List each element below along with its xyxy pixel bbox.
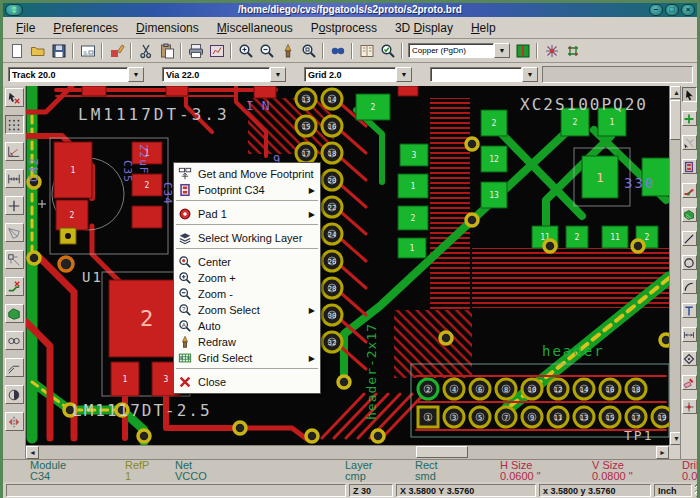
context-item-grid-select[interactable]: Grid Select▶ [175, 350, 319, 366]
polar-button[interactable] [5, 142, 24, 161]
pcb-canvas[interactable]: 1212213212121311121122312113151714161820… [26, 86, 669, 445]
clearance-select-arrow-icon[interactable]: ▼ [522, 67, 538, 82]
ratsnest-a-button[interactable] [5, 223, 24, 242]
paste-button[interactable] [156, 41, 177, 61]
print-button[interactable] [185, 41, 206, 61]
add-arc-button[interactable] [682, 279, 697, 294]
svg-text:2: 2 [426, 386, 430, 394]
delete-tool-button[interactable] [682, 375, 697, 390]
cursor-shape-button[interactable] [5, 196, 24, 215]
show-ratsnest-icon [544, 43, 560, 59]
open-module-editor-button[interactable] [106, 41, 127, 61]
context-item-get-and-move-footprint[interactable]: Get and Move Footprint [175, 166, 319, 182]
get-move-footprint-icon [178, 167, 192, 181]
context-item-select-working-layer[interactable]: Select Working Layer [175, 230, 319, 246]
add-dimension-button[interactable] [682, 327, 697, 342]
menu-postprocess[interactable]: Postprocess [302, 19, 386, 37]
menu-3d-display[interactable]: 3D Display [386, 19, 462, 37]
add-line-button[interactable] [682, 231, 697, 246]
footprint-item-button[interactable] [682, 159, 697, 174]
grid-size-select-arrow-icon[interactable]: ▼ [396, 67, 412, 82]
resize-grip[interactable] [695, 483, 697, 497]
horizontal-scroll-thumb[interactable] [416, 446, 468, 458]
zoom-out-tool-button[interactable] [256, 41, 277, 61]
minimize-button[interactable]: − [649, 4, 663, 16]
context-item-zoom-select[interactable]: ?Zoom Select▶ [175, 302, 319, 318]
svg-text:2: 2 [573, 118, 578, 127]
context-item-footprint-c34[interactable]: Footprint C34▶ [175, 182, 319, 198]
tracks-sketch-button[interactable] [5, 358, 24, 377]
context-item-close[interactable]: Close [175, 374, 319, 390]
menu-file[interactable]: File [7, 19, 44, 37]
cursor-tool-button[interactable] [682, 87, 697, 102]
via-size-select[interactable]: Via 22.0▼ [162, 66, 286, 83]
options-toolbar-left [3, 86, 26, 459]
mirror-ic-button[interactable] [5, 412, 24, 431]
save-board-button[interactable] [48, 41, 69, 61]
context-item-redraw[interactable]: Redraw [175, 334, 319, 350]
toolbar-separator [230, 43, 232, 59]
via-size-select-arrow-icon[interactable]: ▼ [270, 67, 286, 82]
zones-show-button[interactable] [5, 304, 24, 323]
save-board-icon [51, 43, 67, 59]
pcbnew-window: ⇕ /home/diego/cvs/fpgatools/s2proto/s2pr… [0, 0, 700, 498]
ratsnest-m-button[interactable] [5, 250, 24, 269]
open-board-button[interactable] [27, 41, 48, 61]
layer-pair-indicator-button[interactable] [512, 41, 533, 61]
autodel-button[interactable] [5, 277, 24, 296]
layer-select-arrow-icon[interactable]: ▼ [494, 43, 510, 58]
grid-dots-button[interactable] [5, 115, 24, 134]
context-item-zoom-[interactable]: Zoom - [175, 286, 319, 302]
add-circle-button[interactable] [682, 255, 697, 270]
new-board-button[interactable] [6, 41, 27, 61]
menu-help[interactable]: Help [462, 19, 505, 37]
sheet-settings-button[interactable] [77, 41, 98, 61]
netlist-button[interactable] [356, 41, 377, 61]
show-ratsnest-button[interactable] [541, 41, 562, 61]
track-width-select[interactable]: Track 20.0▼ [8, 66, 144, 83]
highlight-net-button[interactable] [682, 111, 697, 126]
drc-off-icon [7, 91, 21, 105]
find-button[interactable] [327, 41, 348, 61]
contrast-button[interactable] [5, 385, 24, 404]
menu-miscellaneous[interactable]: Miscellaneous [208, 19, 302, 37]
horizontal-scrollbar[interactable]: ◄ ► [26, 445, 669, 459]
close-button[interactable]: × [681, 4, 695, 16]
show-grid-points-button[interactable] [562, 41, 583, 61]
add-target-button[interactable] [682, 351, 697, 366]
scroll-left-icon[interactable]: ◄ [26, 446, 39, 459]
title-bar[interactable]: ⇕ /home/diego/cvs/fpgatools/s2proto/s2pr… [3, 3, 697, 17]
layer-select[interactable]: Copper (PgDn) ▼ [408, 42, 510, 59]
local-ratsnest-button[interactable] [682, 135, 697, 150]
plot-icon [209, 43, 225, 59]
units-button[interactable] [5, 169, 24, 188]
svg-text:4: 4 [452, 386, 456, 394]
clearance-select[interactable]: ▼ [430, 66, 538, 83]
zoom-in-tool-button[interactable] [235, 41, 256, 61]
cut-button[interactable] [135, 41, 156, 61]
track-width-select-arrow-icon[interactable]: ▼ [128, 67, 144, 82]
plot-button[interactable] [206, 41, 227, 61]
offset-origin-button[interactable] [682, 399, 697, 414]
zoom-fit-button[interactable] [298, 41, 319, 61]
svg-text:header-2x17: header-2x17 [364, 323, 379, 420]
context-item-center[interactable]: Center [175, 254, 319, 270]
add-track-button[interactable] [682, 183, 697, 198]
add-zone-tool-button[interactable] [682, 207, 697, 222]
pads-sketch-button[interactable] [5, 331, 24, 350]
context-item-zoom-[interactable]: Zoom + [175, 270, 319, 286]
context-item-auto[interactable]: AAuto [175, 318, 319, 334]
toolbar-separator [72, 43, 74, 59]
menu-preferences[interactable]: Preferences [44, 19, 127, 37]
add-text-button[interactable] [682, 303, 697, 318]
context-item-pad-1[interactable]: Pad 1▶ [175, 206, 319, 222]
grid-size-select[interactable]: Grid 2.0▼ [304, 66, 412, 83]
offset-origin-icon [683, 401, 695, 413]
aux-toolbar: Track 20.0▼Via 22.0▼Grid 2.0▼▼ [3, 63, 697, 86]
maximize-button[interactable]: □ [665, 4, 679, 16]
menu-dimensions[interactable]: Dimensions [127, 19, 208, 37]
redraw-view-button[interactable] [277, 41, 298, 61]
drc-off-button[interactable] [5, 88, 24, 107]
drc-button[interactable] [377, 41, 398, 61]
scroll-right-icon[interactable]: ► [656, 446, 669, 459]
